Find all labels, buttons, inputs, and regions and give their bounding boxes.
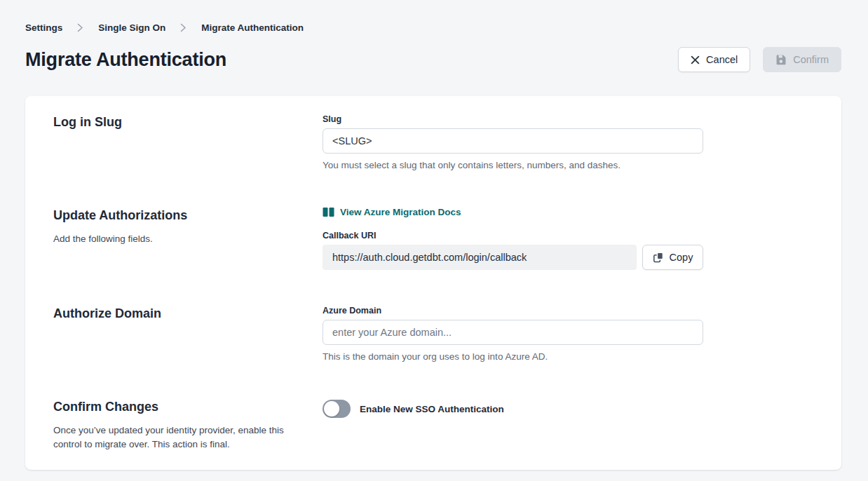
callback-uri-field-label: Callback URI <box>323 230 703 241</box>
copy-button-label: Copy <box>670 252 693 263</box>
section-update-authorizations: Update Authorizations Add the following … <box>53 207 813 270</box>
settings-card: Log in Slug Slug You must select a slug … <box>25 96 841 470</box>
section-login-slug: Log in Slug Slug You must select a slug … <box>53 114 813 172</box>
chevron-right-icon <box>180 23 187 32</box>
enable-sso-toggle[interactable] <box>323 400 351 418</box>
book-icon <box>323 207 334 217</box>
slug-input[interactable] <box>323 128 703 154</box>
cancel-button[interactable]: Cancel <box>678 47 750 72</box>
copy-icon <box>653 252 664 263</box>
azure-domain-input[interactable] <box>323 320 703 345</box>
callback-uri-value: https://auth.cloud.getdbt.com/login/call… <box>323 245 637 270</box>
x-icon <box>691 55 700 65</box>
copy-button[interactable]: Copy <box>642 245 703 270</box>
breadcrumb-settings[interactable]: Settings <box>25 22 62 33</box>
section-heading-authorize-domain: Authorize Domain <box>53 305 301 322</box>
confirm-button[interactable]: Confirm <box>763 47 841 72</box>
azure-migration-docs-link-label: View Azure Migration Docs <box>340 207 461 217</box>
update-authorizations-description: Add the following fields. <box>53 232 286 246</box>
section-confirm-changes: Confirm Changes Once you’ve updated your… <box>53 398 813 452</box>
azure-migration-docs-link[interactable]: View Azure Migration Docs <box>323 207 461 217</box>
enable-sso-toggle-label: Enable New SSO Authentication <box>360 404 504 414</box>
section-authorize-domain: Authorize Domain Azure Domain This is th… <box>53 305 813 363</box>
slug-field-label: Slug <box>323 114 703 125</box>
azure-domain-helper-text: This is the domain your org uses to log … <box>323 351 703 363</box>
toggle-knob <box>324 401 339 416</box>
cancel-button-label: Cancel <box>706 54 738 65</box>
page-header: Settings Single Sign On Migrate Authenti… <box>0 22 868 72</box>
save-icon <box>775 54 787 65</box>
page-title: Migrate Authentication <box>25 49 226 71</box>
section-heading-login-slug: Log in Slug <box>53 114 301 130</box>
chevron-right-icon <box>77 23 83 32</box>
section-heading-update-authorizations: Update Authorizations <box>53 207 301 224</box>
section-heading-confirm-changes: Confirm Changes <box>53 398 301 415</box>
breadcrumb: Settings Single Sign On Migrate Authenti… <box>25 22 841 33</box>
breadcrumb-current-page: Migrate Authentication <box>201 22 304 33</box>
slug-helper-text: You must select a slug that only contain… <box>323 159 703 172</box>
breadcrumb-single-sign-on[interactable]: Single Sign On <box>98 22 165 33</box>
header-actions: Cancel Confirm <box>678 47 841 72</box>
confirm-changes-description: Once you’ve updated your identity provid… <box>53 424 286 452</box>
azure-domain-field-label: Azure Domain <box>323 305 703 316</box>
confirm-button-label: Confirm <box>793 54 829 65</box>
